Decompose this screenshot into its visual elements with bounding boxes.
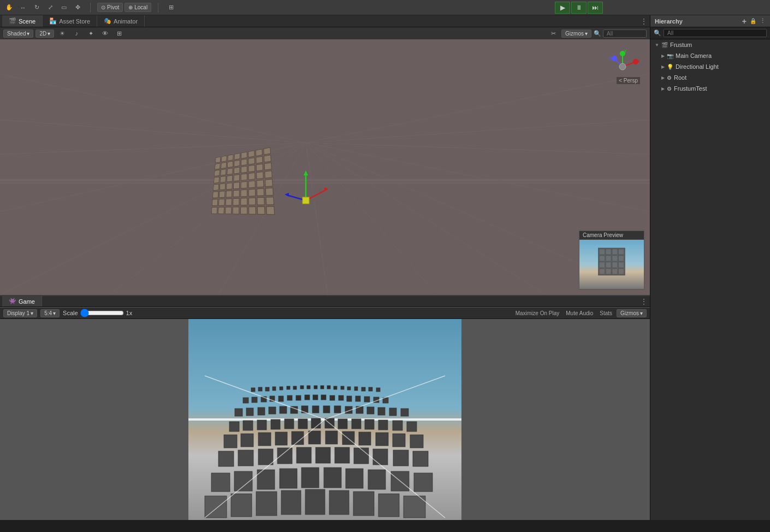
game-more-options[interactable]: ⋮: [640, 297, 648, 306]
svg-rect-52: [619, 269, 624, 274]
tab-asset-store[interactable]: 🏪 Asset Store: [43, 15, 97, 27]
mini-cube-cell: [226, 198, 232, 205]
lighting-toggle[interactable]: ☀: [56, 28, 68, 39]
svg-text:Z: Z: [609, 56, 612, 60]
pivot-button[interactable]: ⊙ Pivot: [97, 3, 123, 12]
scale-slider[interactable]: [80, 311, 124, 315]
mini-cube-cell: [240, 198, 247, 205]
svg-rect-43: [612, 256, 618, 261]
scene-view[interactable]: // Will be populated in JS below: [0, 39, 650, 295]
mini-cube-cell: [256, 156, 263, 164]
mode-dropdown[interactable]: 2D ▾: [35, 29, 54, 38]
separator2: [158, 3, 158, 13]
transform-gizmo: [284, 168, 328, 211]
svg-rect-86: [241, 434, 253, 447]
mini-cube-cell: [241, 158, 247, 165]
mute-audio-button[interactable]: Mute Audio: [564, 309, 595, 317]
mini-cube-cell: [226, 190, 232, 197]
mini-cube-cell: [233, 206, 240, 214]
scale-value: 1x: [126, 310, 133, 316]
svg-rect-69: [324, 468, 341, 488]
scene-gizmo[interactable]: Y X Z < Persp: [601, 45, 644, 88]
camera-preview-image: [579, 240, 644, 289]
svg-rect-112: [246, 408, 253, 416]
svg-rect-149: [287, 386, 290, 389]
svg-rect-125: [389, 408, 396, 416]
grid-toggle[interactable]: ⊞: [113, 28, 125, 39]
svg-rect-80: [335, 447, 350, 463]
hierarchy-search-input[interactable]: [664, 29, 767, 37]
step-button[interactable]: ⏭: [588, 2, 603, 14]
mini-cube-cell: [221, 162, 227, 169]
play-button[interactable]: ▶: [555, 2, 570, 14]
stats-button[interactable]: Stats: [597, 309, 614, 317]
persp-label: < Persp: [617, 77, 640, 84]
game-gizmos-dropdown[interactable]: Gizmos ▾: [617, 309, 647, 317]
hierarchy-lock-icon[interactable]: 🔒: [750, 18, 756, 24]
svg-rect-157: [341, 386, 344, 389]
display-dropdown[interactable]: Display 1 ▾: [3, 309, 37, 317]
scale-tool[interactable]: ⤢: [44, 2, 56, 13]
hand-tool[interactable]: ✋: [3, 2, 15, 13]
hidden-toggle[interactable]: 👁: [99, 28, 111, 39]
svg-rect-161: [369, 387, 372, 391]
svg-rect-151: [300, 386, 304, 389]
grid-button[interactable]: ⊞: [165, 2, 177, 13]
svg-rect-119: [323, 406, 330, 413]
mini-cube-cell: [256, 164, 263, 172]
maximize-on-play-button[interactable]: Maximize On Play: [513, 309, 562, 317]
rotate-tool[interactable]: ↻: [31, 2, 43, 13]
tab-game[interactable]: 👾 Game: [2, 296, 42, 306]
mini-cube-cell: [241, 181, 247, 189]
hierarchy-item-root[interactable]: ▶ ⚙ Root: [650, 72, 770, 83]
hierarchy-item-main-camera[interactable]: ▶ 📷 Main Camera: [650, 50, 770, 61]
svg-rect-70: [346, 469, 363, 488]
svg-rect-123: [367, 407, 374, 414]
svg-rect-74: [218, 451, 234, 466]
tab-animator[interactable]: 🎭 Animator: [97, 15, 145, 27]
svg-rect-160: [362, 387, 365, 391]
hierarchy-add-button[interactable]: +: [742, 17, 747, 26]
hierarchy-more-icon[interactable]: ⋮: [760, 17, 766, 25]
shading-dropdown[interactable]: Shaded ▾: [3, 29, 33, 38]
svg-point-34: [619, 63, 626, 70]
mini-cube-cell: [263, 147, 271, 155]
hierarchy-item-directional-light[interactable]: ▶ 💡 Directional Light: [650, 61, 770, 72]
svg-rect-48: [619, 262, 624, 268]
svg-rect-97: [229, 422, 239, 431]
scale-group: Scale 1x: [63, 310, 132, 316]
pause-button[interactable]: ⏸: [571, 2, 587, 14]
svg-rect-81: [354, 448, 369, 464]
move-tool[interactable]: ↔: [17, 2, 29, 13]
local-button[interactable]: ⊕ Local: [125, 3, 151, 12]
mini-cube-cell: [227, 175, 233, 182]
tab-scene[interactable]: 🎬 Scene: [2, 15, 43, 27]
scene-search-input[interactable]: [603, 29, 647, 38]
svg-rect-100: [271, 419, 280, 429]
scene-more-options[interactable]: ⋮: [640, 17, 648, 26]
svg-rect-131: [279, 396, 283, 401]
mini-cube-cell: [241, 166, 247, 173]
mini-cube-cell: [257, 188, 264, 197]
hierarchy-item-frustum[interactable]: ▼ 🎬 Frustum: [650, 39, 770, 50]
mini-cube-cell: [265, 187, 274, 196]
mini-cube-cell: [213, 184, 219, 191]
transform-tool[interactable]: ✥: [72, 2, 84, 13]
hierarchy-panel: Hierarchy + 🔒 ⋮ 🔍 ▼ 🎬 Frustum ▶ 📷 Main C…: [650, 15, 770, 520]
rect-tool[interactable]: ▭: [58, 2, 70, 13]
effects-toggle[interactable]: ✦: [85, 28, 97, 39]
audio-toggle[interactable]: ♪: [70, 28, 82, 39]
game-view-svg: [188, 319, 461, 520]
aspect-dropdown[interactable]: 5:4 ▾: [40, 309, 60, 317]
svg-rect-127: [243, 398, 248, 403]
mini-cube-cell: [265, 197, 274, 205]
mini-cube-cell: [240, 206, 247, 215]
snap-icon[interactable]: ✂: [547, 28, 559, 39]
svg-rect-51: [612, 269, 618, 274]
svg-rect-42: [606, 256, 611, 261]
hierarchy-item-frustum-test[interactable]: ▶ ⚙ FrustumTest: [650, 83, 770, 94]
game-gizmos-arrow: ▾: [640, 310, 643, 316]
gizmos-dropdown[interactable]: Gizmos ▾: [561, 29, 591, 38]
svg-rect-38: [606, 249, 611, 255]
svg-rect-99: [257, 420, 266, 430]
